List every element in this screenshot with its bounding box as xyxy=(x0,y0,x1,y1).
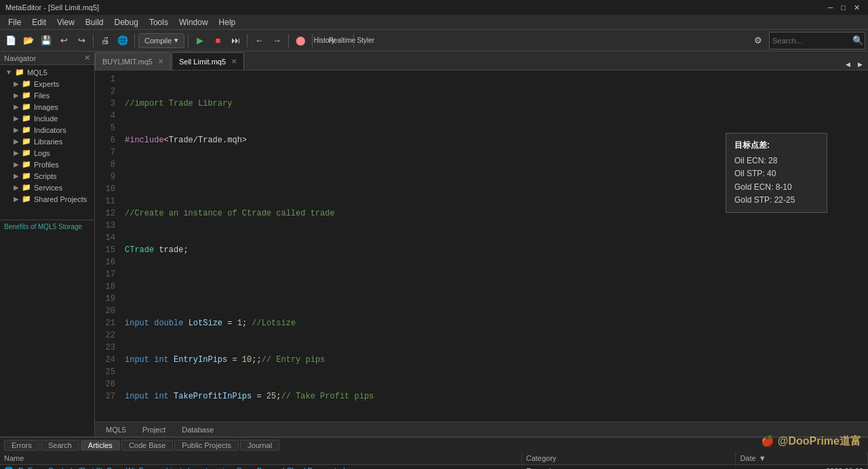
articles-header: Name Category Date ▼ xyxy=(0,452,868,465)
menu-edit[interactable]: Edit xyxy=(26,16,52,28)
col-header-category: Category xyxy=(522,452,736,464)
sidebar-item-logs[interactable]: ▶ 📁 Logs xyxy=(0,147,94,159)
forward-button[interactable]: → xyxy=(269,33,285,49)
tab-publicprojects[interactable]: Public Projects xyxy=(174,440,239,451)
sidebar-label: Services xyxy=(34,184,62,192)
tab-codebase[interactable]: Code Base xyxy=(121,440,173,451)
sidebar-item-scripts[interactable]: ▶ 📁 Scripts xyxy=(0,170,94,182)
editor-tab-project[interactable]: Project xyxy=(134,424,174,435)
realtime-label: Realtime xyxy=(329,37,355,44)
article-name[interactable]: 🌐 DoEasy. Controls (Part 8): Base WinFor… xyxy=(0,465,522,469)
sep5 xyxy=(288,34,289,47)
tab-articles[interactable]: Articles xyxy=(81,440,120,451)
title-bar: MetaEditor - [Sell Limit.mq5] ─ □ ✕ xyxy=(0,0,868,15)
sidebar-item-indicators[interactable]: ▶ 📁 Indicators xyxy=(0,124,94,136)
tooltip-line1: Oil ECN: 28 xyxy=(734,155,818,167)
tab-errors[interactable]: Errors xyxy=(4,440,39,451)
compile-button[interactable]: Compile ▾ xyxy=(138,33,184,48)
run-button[interactable]: ▶ xyxy=(192,33,208,49)
expand-icon: ▶ xyxy=(14,103,19,110)
stop-button[interactable]: ■ xyxy=(210,33,226,49)
scroll-right-btn[interactable]: ▶ xyxy=(854,59,865,70)
search-input[interactable] xyxy=(770,35,851,46)
sidebar-item-libraries[interactable]: ▶ 📁 Libraries xyxy=(0,136,94,147)
folder-icon: 📁 xyxy=(22,137,31,146)
tab-selllimit[interactable]: Sell Limit.mq5 ✕ xyxy=(172,52,244,70)
sidebar-item-files[interactable]: ▶ 📁 Files xyxy=(0,89,94,101)
expand-icon: ▶ xyxy=(14,172,19,180)
browser-button[interactable]: 🌐 xyxy=(115,33,131,49)
menu-window[interactable]: Window xyxy=(174,16,214,28)
tabs-bar: BUYLIMIT.mq5 ✕ Sell Limit.mq5 ✕ ◀ ▶ xyxy=(95,52,868,70)
sidebar-label: Profiles xyxy=(34,161,59,169)
sort-icon[interactable]: ▼ xyxy=(759,454,766,462)
sidebar-tree: ▼ 📁 MQL5 ▶ 📁 Experts ▶ 📁 Files ▶ 📁 Image… xyxy=(0,65,94,206)
sidebar-item-shared[interactable]: ▶ 📁 Shared Projects xyxy=(0,193,94,205)
folder-icon: 📁 xyxy=(22,91,31,100)
menu-tools[interactable]: Tools xyxy=(144,16,174,28)
toolbar-right: ⚙ 🔍 xyxy=(750,32,865,49)
sep4 xyxy=(247,34,248,47)
sidebar-item-mql5[interactable]: ▼ 📁 MQL5 xyxy=(0,66,94,78)
tooltip-box: 目标点差: Oil ECN: 28 Oil STP: 40 Gold ECN: … xyxy=(726,133,827,213)
sidebar-item-services[interactable]: ▶ 📁 Services xyxy=(0,182,94,193)
code-content[interactable]: //import Trade Library #include<Trade/Tr… xyxy=(119,73,868,419)
styler-button[interactable]: Styler xyxy=(357,33,374,49)
toolbar-settings-button[interactable]: ⚙ xyxy=(750,33,766,49)
sidebar-label: Files xyxy=(34,91,50,100)
step-button[interactable]: ⏭ xyxy=(227,33,243,49)
tab-buylimit[interactable]: BUYLIMIT.mq5 ✕ xyxy=(95,52,171,70)
sidebar-item-experts[interactable]: ▶ 📁 Experts xyxy=(0,78,94,89)
folder-icon: 📁 xyxy=(22,183,31,192)
window-controls[interactable]: ─ □ ✕ xyxy=(825,3,863,12)
sidebar-close-btn[interactable]: ✕ xyxy=(84,54,90,62)
sidebar-item-include[interactable]: ▶ 📁 Include xyxy=(0,113,94,124)
new-button[interactable]: 📄 xyxy=(3,33,19,49)
sidebar-label: Shared Projects xyxy=(34,195,87,203)
tab-close-icon[interactable]: ✕ xyxy=(158,58,163,65)
menu-file[interactable]: File xyxy=(3,16,26,28)
editor-tab-database[interactable]: Database xyxy=(174,424,222,435)
menu-build[interactable]: Build xyxy=(80,16,109,28)
line-numbers: 12345 678910 1112131415 1617181920 21222… xyxy=(95,73,119,419)
tab-journal[interactable]: Journal xyxy=(240,440,279,451)
sidebar-label: Images xyxy=(34,103,58,111)
scroll-left-btn[interactable]: ◀ xyxy=(842,59,853,70)
sidebar-storage-link[interactable]: Benefits of MQL5 Storage xyxy=(0,220,94,233)
sidebar-label: Experts xyxy=(34,80,59,88)
tab-search[interactable]: Search xyxy=(41,440,79,451)
editor-area: BUYLIMIT.mq5 ✕ Sell Limit.mq5 ✕ ◀ ▶ 1234… xyxy=(95,52,868,436)
sidebar-label: Include xyxy=(34,115,58,123)
maximize-btn[interactable]: □ xyxy=(838,3,848,12)
sidebar-item-images[interactable]: ▶ 📁 Images xyxy=(0,101,94,113)
article-icon: 🌐 xyxy=(4,466,14,469)
save-button[interactable]: 💾 xyxy=(38,33,54,49)
menu-debug[interactable]: Debug xyxy=(109,16,144,28)
editor-bottom-tabs: MQL5 Project Database xyxy=(95,422,868,436)
code-editor[interactable]: 12345 678910 1112131415 1617181920 21222… xyxy=(95,70,868,422)
open-button[interactable]: 📂 xyxy=(20,33,37,49)
close-btn[interactable]: ✕ xyxy=(851,3,863,12)
expand-icon: ▶ xyxy=(14,195,19,203)
folder-icon: 📁 xyxy=(15,68,24,77)
realtime-button[interactable]: Realtime xyxy=(334,33,350,49)
sidebar-item-profiles[interactable]: ▶ 📁 Profiles xyxy=(0,159,94,170)
print-button[interactable]: 🖨 xyxy=(97,33,113,49)
tab-close-icon[interactable]: ✕ xyxy=(231,58,237,65)
tooltip-line3: Gold ECN: 8-10 xyxy=(734,181,818,194)
menu-help[interactable]: Help xyxy=(214,16,241,28)
menu-view[interactable]: View xyxy=(52,16,80,28)
breakpoint-button[interactable]: ⬤ xyxy=(292,33,309,49)
minimize-btn[interactable]: ─ xyxy=(825,3,836,12)
redo-button[interactable]: ↪ xyxy=(73,33,90,49)
search-icon[interactable]: 🔍 xyxy=(851,33,865,49)
back-button[interactable]: ← xyxy=(251,33,267,49)
sidebar-label: Indicators xyxy=(34,126,66,134)
tab-label: Sell Limit.mq5 xyxy=(179,58,226,66)
compile-dropdown-icon[interactable]: ▾ xyxy=(174,36,178,45)
expand-icon: ▶ xyxy=(14,91,19,99)
folder-icon: 📁 xyxy=(22,160,31,169)
undo-button[interactable]: ↩ xyxy=(56,33,72,49)
editor-tab-mql5[interactable]: MQL5 xyxy=(98,424,134,435)
sep6 xyxy=(312,34,313,47)
